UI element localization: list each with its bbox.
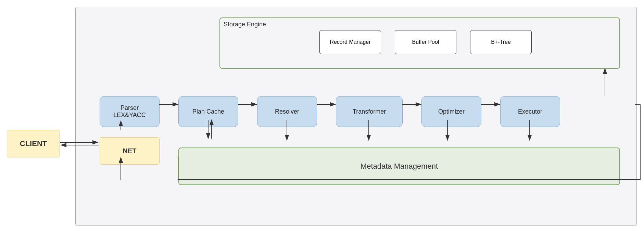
record-manager-label: Record Manager (330, 39, 370, 45)
plan-cache-box: Plan Cache (178, 96, 238, 127)
resolver-box: Resolver (257, 96, 317, 127)
executor-label: Executor (518, 108, 542, 115)
executor-box: Executor (500, 96, 560, 127)
client-label: CLIENT (20, 139, 47, 148)
buffer-pool-label: Buffer Pool (412, 39, 439, 45)
storage-engine-label: Storage Engine (224, 21, 266, 28)
storage-engine-box: Storage Engine Record Manager Buffer Poo… (219, 17, 620, 69)
bplus-tree-box: B+-Tree (470, 30, 532, 54)
optimizer-label: Optimizer (438, 108, 465, 115)
metadata-box: Metadata Management (178, 147, 620, 185)
diagram-container: CLIENT Storage Engine Record Manager Buf… (0, 0, 644, 232)
record-manager-box: Record Manager (319, 30, 381, 54)
net-label: NET (123, 147, 137, 155)
transformer-box: Transformer (336, 96, 403, 127)
optimizer-box: Optimizer (421, 96, 481, 127)
net-box: NET (100, 137, 160, 165)
parser-box: Parser LEX&YACC (100, 96, 160, 127)
outer-box: Storage Engine Record Manager Buffer Poo… (75, 7, 637, 226)
client-box: CLIENT (7, 130, 60, 157)
buffer-pool-box: Buffer Pool (395, 30, 456, 54)
metadata-label: Metadata Management (361, 162, 438, 171)
plan-cache-label: Plan Cache (192, 108, 224, 115)
transformer-label: Transformer (353, 108, 386, 115)
parser-label: Parser LEX&YACC (113, 104, 146, 119)
resolver-label: Resolver (275, 108, 299, 115)
bplus-tree-label: B+-Tree (491, 39, 511, 45)
